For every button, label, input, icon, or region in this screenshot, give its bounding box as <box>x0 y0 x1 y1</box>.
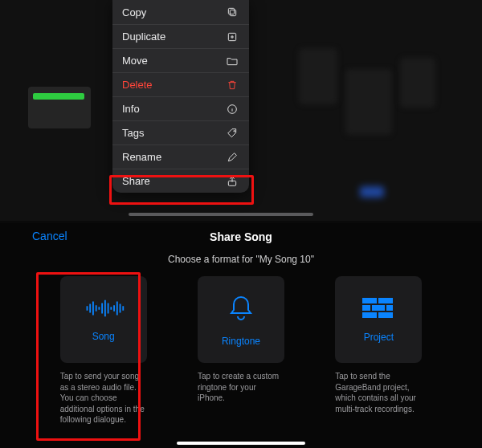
menu-item-label: Tags <box>122 127 144 139</box>
menu-item-label: Share <box>122 175 150 187</box>
option-description: Tap to create a custom ringtone for your… <box>198 371 284 404</box>
option-project-tile[interactable]: Project <box>335 276 422 363</box>
svg-rect-6 <box>362 298 377 303</box>
cancel-button[interactable]: Cancel <box>32 230 67 242</box>
songs-grid-background: Copy Duplicate Move Delete <box>0 0 482 221</box>
menu-item-delete[interactable]: Delete <box>112 72 249 96</box>
menu-item-label: Info <box>122 103 140 115</box>
svg-rect-7 <box>378 298 393 303</box>
menu-item-rename[interactable]: Rename <box>112 145 249 169</box>
svg-rect-9 <box>372 305 385 311</box>
option-ringtone: Ringtone Tap to create a custom ringtone… <box>181 276 300 426</box>
scroll-indicator <box>129 213 313 216</box>
format-options: Song Tap to send your song as a stereo a… <box>0 265 482 426</box>
menu-item-label: Rename <box>122 151 161 163</box>
blurred-thumbnail <box>345 69 392 135</box>
option-song-tile[interactable]: Song <box>60 276 147 363</box>
duplicate-icon <box>225 30 239 44</box>
home-indicator[interactable] <box>177 442 305 445</box>
bell-icon <box>225 292 257 328</box>
option-description: Tap to send your song as a stereo audio … <box>60 371 147 426</box>
menu-item-duplicate[interactable]: Duplicate <box>112 24 249 48</box>
menu-item-label: Copy <box>122 6 146 18</box>
menu-item-label: Delete <box>122 79 153 91</box>
svg-rect-1 <box>228 8 234 14</box>
option-label: Ringtone <box>222 336 260 347</box>
option-label: Song <box>92 331 115 342</box>
sheet-header: Cancel Share Song <box>0 223 482 250</box>
option-label: Project <box>364 332 394 343</box>
blurred-thumbnail <box>299 48 337 104</box>
svg-rect-0 <box>230 10 235 15</box>
share-sheet: Cancel Share Song Choose a format for "M… <box>0 223 482 448</box>
svg-rect-10 <box>386 305 393 311</box>
blurred-thumbnail <box>400 58 435 108</box>
menu-item-label: Move <box>122 55 148 67</box>
menu-item-share[interactable]: Share <box>112 169 249 193</box>
svg-point-4 <box>234 130 235 132</box>
copy-icon <box>225 5 239 19</box>
menu-item-label: Duplicate <box>122 31 165 43</box>
option-ringtone-tile[interactable]: Ringtone <box>198 276 284 363</box>
option-song: Song Tap to send your song as a stereo a… <box>43 276 163 426</box>
share-icon <box>225 174 239 189</box>
trash-icon <box>225 78 239 92</box>
svg-rect-11 <box>362 312 377 318</box>
menu-item-tags[interactable]: Tags <box>112 120 249 145</box>
bricks-icon <box>361 296 396 324</box>
pencil-icon <box>225 150 239 165</box>
svg-rect-8 <box>362 305 370 311</box>
menu-item-move[interactable]: Move <box>112 48 249 72</box>
svg-rect-12 <box>378 312 393 318</box>
folder-icon <box>225 54 239 68</box>
sheet-subtitle: Choose a format for "My Song 10" <box>0 254 482 265</box>
tag-icon <box>225 126 239 141</box>
sheet-title: Share Song <box>210 230 272 243</box>
menu-item-copy[interactable]: Copy <box>112 0 249 24</box>
waveform-icon <box>81 297 126 323</box>
option-project: Project Tap to send the GarageBand proje… <box>319 276 439 426</box>
context-menu: Copy Duplicate Move Delete <box>112 0 249 193</box>
option-description: Tap to send the GarageBand project, whic… <box>335 371 422 414</box>
blurred-thumbnail <box>360 186 384 198</box>
song-thumbnail[interactable] <box>28 87 91 128</box>
menu-item-info[interactable]: Info <box>112 96 249 120</box>
info-icon <box>225 102 239 116</box>
